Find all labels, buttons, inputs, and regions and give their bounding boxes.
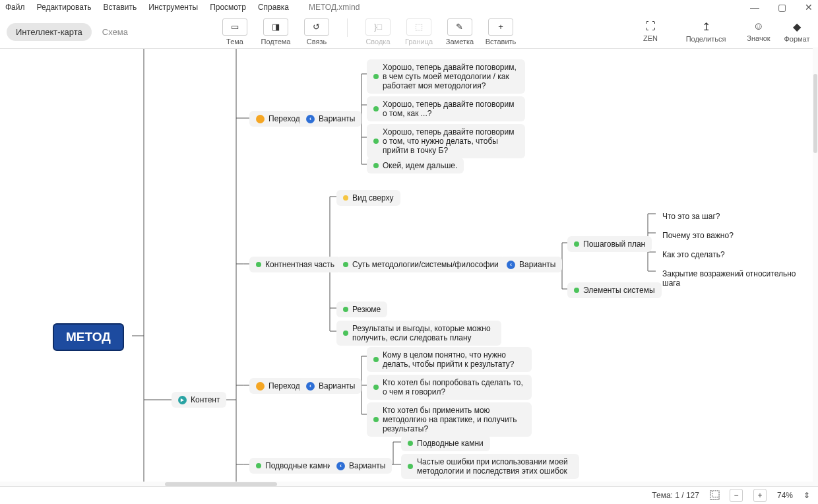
tab-outline[interactable]: Схема xyxy=(102,27,128,37)
minimap-icon[interactable]: ⿺ xyxy=(710,490,719,501)
statusbar: Тема: 1 / 127 ⿺ − + 74% ⇕ xyxy=(0,486,818,504)
dot-icon xyxy=(373,417,379,422)
node-content-part-label: Контнентная часть xyxy=(265,260,334,269)
toolbar-share-label: Поделиться xyxy=(686,35,726,43)
node-variants-essence[interactable]: ‹ Варианты xyxy=(500,257,562,272)
window-maximize-icon[interactable]: ▢ xyxy=(778,2,786,13)
boundary-icon: ⬚ xyxy=(406,18,431,36)
vertical-scrollbar-thumb[interactable] xyxy=(813,74,817,153)
menu-tools[interactable]: Инструменты xyxy=(148,3,198,12)
node-v1a[interactable]: Хорошо, теперь давайте поговорим, в чем … xyxy=(367,59,525,94)
toolbar-summary-label: Сводка xyxy=(365,38,390,46)
node-step-q4-label: Закрытие возражений относительно шага xyxy=(662,269,811,288)
node-step-plan[interactable]: Пошаговый план xyxy=(567,236,652,252)
dot-icon xyxy=(373,357,379,362)
node-pitfalls-label: Подводные камни xyxy=(265,461,332,470)
topic-icon: ▭ xyxy=(222,18,247,36)
toolbar-zen-button[interactable]: ⛶ ZEN xyxy=(636,20,665,42)
toolbar-share-button[interactable]: ↥ Поделиться xyxy=(691,20,720,43)
toolbar-topic-button[interactable]: ▭ Тема xyxy=(220,18,249,46)
node-v1a-label: Хорошо, теперь давайте поговорим, в чем … xyxy=(383,63,519,90)
node-v1c[interactable]: Хорошо, теперь давайте поговорим о том, … xyxy=(367,124,525,158)
toolbar-insert-label: Вставить xyxy=(486,38,517,46)
node-resume[interactable]: Резюме xyxy=(336,301,387,317)
node-v2b[interactable]: Кто хотел бы попробовать сделать то, о ч… xyxy=(367,375,532,400)
node-v1b-label: Хорошо, теперь давайте поговорим о том, … xyxy=(383,100,519,118)
node-v3b-label: Частые ошибки при использовании моей мет… xyxy=(417,457,573,476)
toolbar-format-button[interactable]: ◆ Формат xyxy=(782,20,811,43)
node-top-view[interactable]: Вид сверху xyxy=(336,190,400,206)
toolbar-subtopic-button[interactable]: ◨ Подтема xyxy=(261,18,290,46)
node-v2a-label: Кому в целом понятно, что нужно делать, … xyxy=(383,350,525,369)
node-transition-2[interactable]: Переход xyxy=(249,378,307,394)
node-system-elements[interactable]: Элементы системы xyxy=(567,282,662,298)
window-minimize-icon[interactable]: — xyxy=(750,2,759,13)
node-step-q2[interactable]: Почему это важно? xyxy=(656,228,740,243)
node-v3a[interactable]: Подводные камни xyxy=(401,435,490,451)
circle-icon xyxy=(256,115,265,123)
tab-mindmap[interactable]: Интеллект-карта xyxy=(7,23,92,41)
dot-icon xyxy=(343,331,348,336)
subtopic-icon: ◨ xyxy=(263,18,288,36)
menu-view[interactable]: Просмотр xyxy=(210,3,246,12)
dot-icon xyxy=(256,262,261,267)
menu-edit[interactable]: Редактировать xyxy=(37,3,92,12)
toolbar-relationship-button[interactable]: ↺ Связь xyxy=(302,18,331,46)
node-step-q4[interactable]: Закрытие возражений относительно шага xyxy=(656,266,818,291)
menu-insert[interactable]: Вставить xyxy=(103,3,137,12)
dot-icon xyxy=(373,385,379,390)
format-icon: ◆ xyxy=(793,20,801,33)
node-v3b[interactable]: Частые ошибки при использовании моей мет… xyxy=(401,454,579,479)
node-essence[interactable]: Суть методологии/системы/философии xyxy=(336,257,505,272)
chevron-left-icon: ‹ xyxy=(507,261,515,269)
menu-help[interactable]: Справка xyxy=(258,3,289,12)
node-variants-3[interactable]: ‹ Варианты xyxy=(330,458,392,474)
node-variants-1[interactable]: ‹ Варианты xyxy=(299,111,362,127)
menu-file[interactable]: Файл xyxy=(5,3,25,12)
mindmap-canvas[interactable]: МЕТОД ▸ Контент Переход ‹ Варианты Хорош… xyxy=(0,49,818,484)
zoom-stepper-icon[interactable]: ⇕ xyxy=(803,491,810,500)
zoom-out-button[interactable]: − xyxy=(730,489,743,502)
node-results[interactable]: Результаты и выгоды, которые можно получ… xyxy=(336,321,501,346)
node-v2c-label: Кто хотел бы применить мою методолгию на… xyxy=(383,406,525,433)
node-content-part[interactable]: Контнентная часть xyxy=(249,257,341,272)
document-title: МЕТОД.xmind xyxy=(309,3,360,12)
zoom-in-button[interactable]: + xyxy=(753,489,767,502)
node-v1b[interactable]: Хорошо, теперь давайте поговорим о том, … xyxy=(367,96,525,121)
node-variants-2[interactable]: ‹ Варианты xyxy=(299,378,362,394)
dot-icon xyxy=(373,106,379,111)
chevron-left-icon: ‹ xyxy=(306,382,315,391)
node-transition-1[interactable]: Переход xyxy=(249,111,307,127)
root-node[interactable]: МЕТОД xyxy=(53,323,124,351)
node-variants-1-label: Варианты xyxy=(319,114,355,123)
node-resume-label: Резюме xyxy=(352,305,381,314)
zen-icon: ⛶ xyxy=(645,20,656,32)
node-v3a-label: Подводные камни xyxy=(417,439,484,448)
node-content[interactable]: ▸ Контент xyxy=(172,392,226,408)
toolbar-summary-button[interactable]: }□ Сводка xyxy=(363,18,393,46)
window-close-icon[interactable]: ✕ xyxy=(805,2,813,13)
toolbar-note-button[interactable]: ✎ Заметка xyxy=(445,18,474,46)
node-v2c[interactable]: Кто хотел бы применить мою методолгию на… xyxy=(367,402,532,437)
toolbar-iconpicker-label: Значок xyxy=(747,34,770,42)
node-pitfalls[interactable]: Подводные камни xyxy=(249,458,338,474)
node-transition-2-label: Переход xyxy=(268,381,300,391)
dot-icon xyxy=(343,262,348,267)
note-icon: ✎ xyxy=(447,18,472,36)
share-icon: ↥ xyxy=(702,20,710,33)
toolbar-insert-button[interactable]: + Вставить xyxy=(486,18,515,46)
root-node-label: МЕТОД xyxy=(66,330,111,344)
toolbar-relationship-label: Связь xyxy=(307,38,327,46)
node-step-q3[interactable]: Как это сделать? xyxy=(656,247,732,263)
node-v2a[interactable]: Кому в целом понятно, что нужно делать, … xyxy=(367,347,532,372)
dot-icon xyxy=(343,195,348,201)
dot-icon xyxy=(373,74,379,79)
node-variants-3-label: Варианты xyxy=(349,461,385,470)
node-step-q1[interactable]: Что это за шаг? xyxy=(656,208,726,224)
node-v1d[interactable]: Окей, идем дальше. xyxy=(367,158,464,173)
node-variants-2-label: Варианты xyxy=(319,381,355,391)
toolbar-boundary-label: Граница xyxy=(405,38,433,46)
toolbar-iconpicker-button[interactable]: ☺ Значок xyxy=(744,20,773,42)
toolbar-boundary-button[interactable]: ⬚ Граница xyxy=(404,18,433,46)
vertical-scrollbar[interactable] xyxy=(813,47,818,482)
